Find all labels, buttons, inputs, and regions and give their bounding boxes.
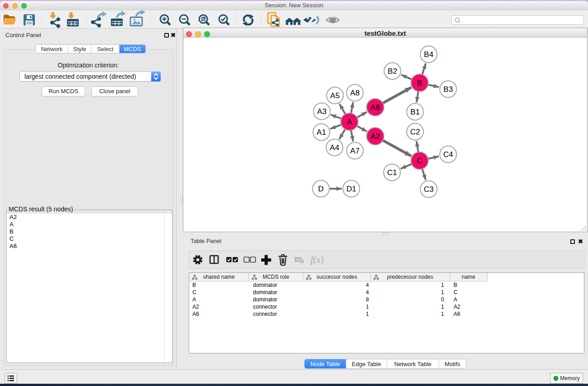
svg-text:A8: A8 bbox=[350, 89, 360, 97]
svg-text:A: A bbox=[347, 118, 352, 126]
svg-text:B4: B4 bbox=[424, 50, 434, 59]
svg-text:B: B bbox=[417, 79, 422, 87]
svg-text:B2: B2 bbox=[388, 67, 397, 76]
svg-text:B3: B3 bbox=[444, 85, 453, 94]
svg-text:B1: B1 bbox=[411, 108, 420, 116]
svg-text:C2: C2 bbox=[410, 128, 420, 136]
svg-text:C4: C4 bbox=[443, 150, 453, 159]
svg-text:D: D bbox=[318, 185, 324, 193]
svg-text:A7: A7 bbox=[350, 147, 360, 155]
svg-text:A6: A6 bbox=[371, 103, 380, 112]
svg-text:A4: A4 bbox=[330, 143, 339, 152]
svg-text:C3: C3 bbox=[424, 185, 434, 194]
svg-text:f(x): f(x) bbox=[311, 254, 324, 265]
svg-text:A1: A1 bbox=[317, 128, 326, 137]
svg-text:A3: A3 bbox=[317, 107, 327, 116]
svg-text:A5: A5 bbox=[330, 91, 340, 100]
svg-text:C: C bbox=[417, 157, 422, 165]
svg-text:D1: D1 bbox=[346, 185, 356, 193]
svg-text:C1: C1 bbox=[387, 168, 397, 177]
svg-text:A2: A2 bbox=[371, 132, 380, 141]
